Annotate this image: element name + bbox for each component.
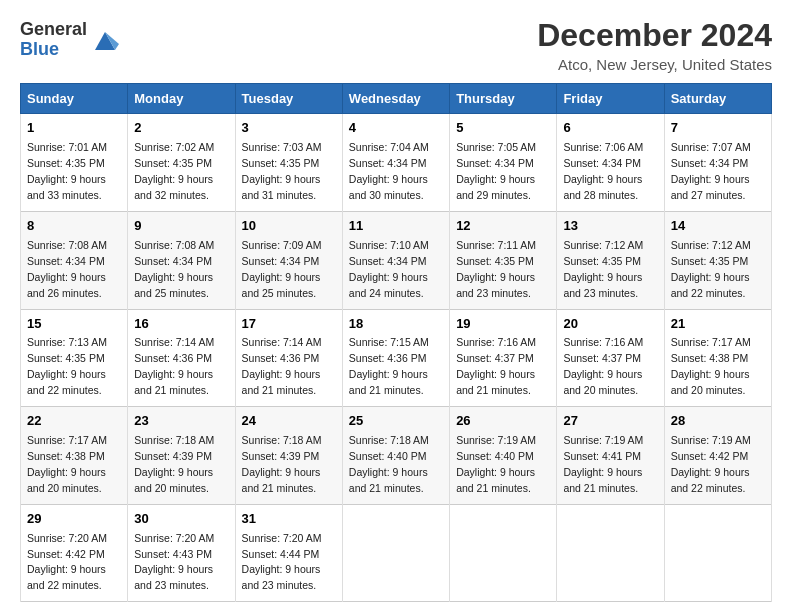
day-of-week-header: Monday — [128, 84, 235, 114]
calendar-cell: 7 Sunrise: 7:07 AMSunset: 4:34 PMDayligh… — [664, 114, 771, 212]
day-info: Sunrise: 7:19 AMSunset: 4:42 PMDaylight:… — [671, 434, 751, 494]
calendar-cell — [450, 504, 557, 602]
day-info: Sunrise: 7:14 AMSunset: 4:36 PMDaylight:… — [242, 336, 322, 396]
calendar-cell: 27 Sunrise: 7:19 AMSunset: 4:41 PMDaylig… — [557, 407, 664, 505]
day-info: Sunrise: 7:07 AMSunset: 4:34 PMDaylight:… — [671, 141, 751, 201]
day-number: 27 — [563, 412, 657, 431]
calendar-week-row: 22 Sunrise: 7:17 AMSunset: 4:38 PMDaylig… — [21, 407, 772, 505]
day-info: Sunrise: 7:17 AMSunset: 4:38 PMDaylight:… — [671, 336, 751, 396]
day-info: Sunrise: 7:12 AMSunset: 4:35 PMDaylight:… — [671, 239, 751, 299]
calendar-week-row: 8 Sunrise: 7:08 AMSunset: 4:34 PMDayligh… — [21, 211, 772, 309]
calendar-cell: 25 Sunrise: 7:18 AMSunset: 4:40 PMDaylig… — [342, 407, 449, 505]
day-number: 9 — [134, 217, 228, 236]
calendar-cell: 29 Sunrise: 7:20 AMSunset: 4:42 PMDaylig… — [21, 504, 128, 602]
calendar-header-row: SundayMondayTuesdayWednesdayThursdayFrid… — [21, 84, 772, 114]
calendar-cell: 21 Sunrise: 7:17 AMSunset: 4:38 PMDaylig… — [664, 309, 771, 407]
location-text: Atco, New Jersey, United States — [537, 56, 772, 73]
calendar-table: SundayMondayTuesdayWednesdayThursdayFrid… — [20, 83, 772, 602]
day-info: Sunrise: 7:13 AMSunset: 4:35 PMDaylight:… — [27, 336, 107, 396]
day-info: Sunrise: 7:18 AMSunset: 4:39 PMDaylight:… — [134, 434, 214, 494]
calendar-cell: 14 Sunrise: 7:12 AMSunset: 4:35 PMDaylig… — [664, 211, 771, 309]
day-number: 23 — [134, 412, 228, 431]
day-number: 6 — [563, 119, 657, 138]
day-number: 11 — [349, 217, 443, 236]
calendar-cell: 13 Sunrise: 7:12 AMSunset: 4:35 PMDaylig… — [557, 211, 664, 309]
calendar-cell: 6 Sunrise: 7:06 AMSunset: 4:34 PMDayligh… — [557, 114, 664, 212]
calendar-cell: 1 Sunrise: 7:01 AMSunset: 4:35 PMDayligh… — [21, 114, 128, 212]
day-of-week-header: Thursday — [450, 84, 557, 114]
day-number: 26 — [456, 412, 550, 431]
day-number: 4 — [349, 119, 443, 138]
calendar-cell: 4 Sunrise: 7:04 AMSunset: 4:34 PMDayligh… — [342, 114, 449, 212]
day-number: 5 — [456, 119, 550, 138]
day-of-week-header: Saturday — [664, 84, 771, 114]
day-info: Sunrise: 7:19 AMSunset: 4:41 PMDaylight:… — [563, 434, 643, 494]
day-number: 1 — [27, 119, 121, 138]
day-info: Sunrise: 7:01 AMSunset: 4:35 PMDaylight:… — [27, 141, 107, 201]
day-number: 7 — [671, 119, 765, 138]
day-info: Sunrise: 7:06 AMSunset: 4:34 PMDaylight:… — [563, 141, 643, 201]
day-info: Sunrise: 7:18 AMSunset: 4:40 PMDaylight:… — [349, 434, 429, 494]
day-number: 21 — [671, 315, 765, 334]
calendar-cell: 31 Sunrise: 7:20 AMSunset: 4:44 PMDaylig… — [235, 504, 342, 602]
day-info: Sunrise: 7:04 AMSunset: 4:34 PMDaylight:… — [349, 141, 429, 201]
day-info: Sunrise: 7:20 AMSunset: 4:43 PMDaylight:… — [134, 532, 214, 592]
day-number: 8 — [27, 217, 121, 236]
day-number: 31 — [242, 510, 336, 529]
calendar-cell: 26 Sunrise: 7:19 AMSunset: 4:40 PMDaylig… — [450, 407, 557, 505]
calendar-cell: 23 Sunrise: 7:18 AMSunset: 4:39 PMDaylig… — [128, 407, 235, 505]
calendar-cell — [342, 504, 449, 602]
day-info: Sunrise: 7:17 AMSunset: 4:38 PMDaylight:… — [27, 434, 107, 494]
day-info: Sunrise: 7:12 AMSunset: 4:35 PMDaylight:… — [563, 239, 643, 299]
day-info: Sunrise: 7:08 AMSunset: 4:34 PMDaylight:… — [27, 239, 107, 299]
day-number: 3 — [242, 119, 336, 138]
day-number: 17 — [242, 315, 336, 334]
day-number: 28 — [671, 412, 765, 431]
day-number: 13 — [563, 217, 657, 236]
day-info: Sunrise: 7:20 AMSunset: 4:44 PMDaylight:… — [242, 532, 322, 592]
day-info: Sunrise: 7:15 AMSunset: 4:36 PMDaylight:… — [349, 336, 429, 396]
calendar-cell: 3 Sunrise: 7:03 AMSunset: 4:35 PMDayligh… — [235, 114, 342, 212]
day-number: 19 — [456, 315, 550, 334]
day-info: Sunrise: 7:09 AMSunset: 4:34 PMDaylight:… — [242, 239, 322, 299]
day-info: Sunrise: 7:16 AMSunset: 4:37 PMDaylight:… — [563, 336, 643, 396]
day-number: 29 — [27, 510, 121, 529]
day-number: 22 — [27, 412, 121, 431]
day-number: 20 — [563, 315, 657, 334]
day-number: 16 — [134, 315, 228, 334]
calendar-week-row: 15 Sunrise: 7:13 AMSunset: 4:35 PMDaylig… — [21, 309, 772, 407]
calendar-cell: 22 Sunrise: 7:17 AMSunset: 4:38 PMDaylig… — [21, 407, 128, 505]
day-of-week-header: Sunday — [21, 84, 128, 114]
calendar-week-row: 29 Sunrise: 7:20 AMSunset: 4:42 PMDaylig… — [21, 504, 772, 602]
logo-icon — [91, 26, 119, 54]
calendar-cell: 16 Sunrise: 7:14 AMSunset: 4:36 PMDaylig… — [128, 309, 235, 407]
calendar-cell: 8 Sunrise: 7:08 AMSunset: 4:34 PMDayligh… — [21, 211, 128, 309]
logo-blue-text: Blue — [20, 40, 87, 60]
day-of-week-header: Wednesday — [342, 84, 449, 114]
month-title: December 2024 — [537, 16, 772, 54]
logo-general-text: General — [20, 20, 87, 40]
calendar-cell: 18 Sunrise: 7:15 AMSunset: 4:36 PMDaylig… — [342, 309, 449, 407]
day-number: 24 — [242, 412, 336, 431]
day-number: 14 — [671, 217, 765, 236]
calendar-week-row: 1 Sunrise: 7:01 AMSunset: 4:35 PMDayligh… — [21, 114, 772, 212]
day-number: 25 — [349, 412, 443, 431]
day-number: 15 — [27, 315, 121, 334]
day-info: Sunrise: 7:03 AMSunset: 4:35 PMDaylight:… — [242, 141, 322, 201]
calendar-cell: 24 Sunrise: 7:18 AMSunset: 4:39 PMDaylig… — [235, 407, 342, 505]
calendar-cell — [557, 504, 664, 602]
calendar-cell: 11 Sunrise: 7:10 AMSunset: 4:34 PMDaylig… — [342, 211, 449, 309]
day-number: 2 — [134, 119, 228, 138]
day-info: Sunrise: 7:05 AMSunset: 4:34 PMDaylight:… — [456, 141, 536, 201]
calendar-cell: 28 Sunrise: 7:19 AMSunset: 4:42 PMDaylig… — [664, 407, 771, 505]
day-of-week-header: Friday — [557, 84, 664, 114]
day-info: Sunrise: 7:16 AMSunset: 4:37 PMDaylight:… — [456, 336, 536, 396]
day-info: Sunrise: 7:11 AMSunset: 4:35 PMDaylight:… — [456, 239, 536, 299]
day-of-week-header: Tuesday — [235, 84, 342, 114]
calendar-cell: 10 Sunrise: 7:09 AMSunset: 4:34 PMDaylig… — [235, 211, 342, 309]
day-number: 18 — [349, 315, 443, 334]
day-number: 10 — [242, 217, 336, 236]
calendar-cell: 9 Sunrise: 7:08 AMSunset: 4:34 PMDayligh… — [128, 211, 235, 309]
day-number: 30 — [134, 510, 228, 529]
day-info: Sunrise: 7:02 AMSunset: 4:35 PMDaylight:… — [134, 141, 214, 201]
